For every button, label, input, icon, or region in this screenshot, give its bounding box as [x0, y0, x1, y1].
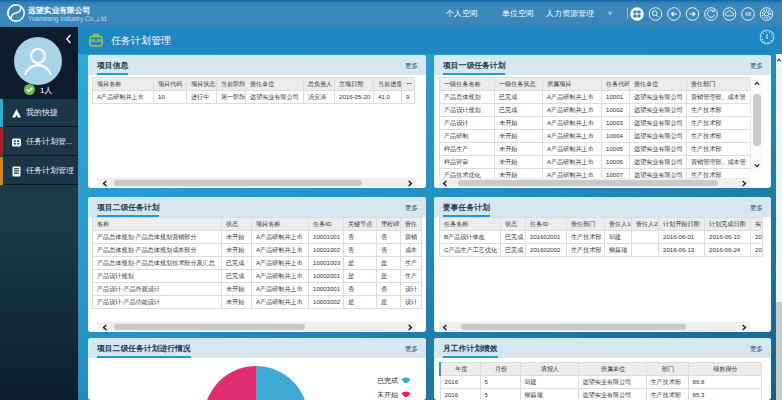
- svg-text:A8: A8: [745, 11, 751, 17]
